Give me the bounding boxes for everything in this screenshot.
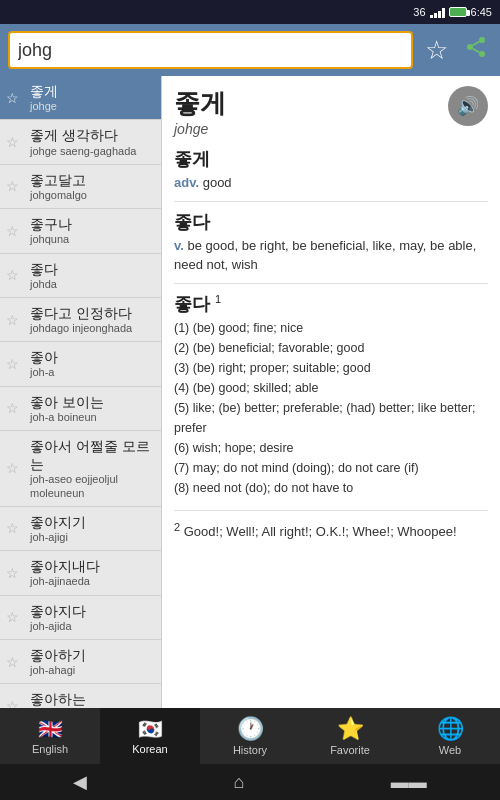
def-word-kr: 좋게 <box>174 147 488 171</box>
star-icon[interactable]: ☆ <box>6 400 19 416</box>
nav-item-favorite[interactable]: ⭐ Favorite <box>300 708 400 764</box>
definition-panel: 좋게 johge 좋게 adv. good 좋다 v. be good, be … <box>162 76 500 708</box>
def-pos-meaning-2: v. be good, be right, be beneficial, lik… <box>174 236 488 275</box>
list-item[interactable]: ☆ 좋게 생각하다 johge saeng-gaghada <box>0 120 161 164</box>
search-box[interactable] <box>8 31 413 69</box>
list-item[interactable]: ☆ 좋아하는 joh-ahaneun <box>0 684 161 708</box>
svg-point-1 <box>467 44 473 50</box>
nav-label-korean: Korean <box>132 743 167 755</box>
star-icon[interactable]: ☆ <box>6 520 19 536</box>
signal-bars <box>430 6 445 18</box>
flag-uk-icon: 🇬🇧 <box>38 717 63 741</box>
star-icon[interactable]: ☆ <box>6 565 19 581</box>
favorite-icon: ⭐ <box>337 716 364 742</box>
list-item[interactable]: ☆ 좋아 보이는 joh-a boineun <box>0 387 161 431</box>
back-button[interactable]: ◀ <box>53 767 107 797</box>
star-icon[interactable]: ☆ <box>6 178 19 194</box>
svg-point-2 <box>479 51 485 57</box>
star-icon[interactable]: ☆ <box>6 460 19 476</box>
list-item[interactable]: ☆ 좋아지내다 joh-ajinaeda <box>0 551 161 595</box>
status-bar: 36 6:45 <box>0 0 500 24</box>
def-word-kr-3: 좋다 1 <box>174 292 488 316</box>
star-icon[interactable]: ☆ <box>6 134 19 150</box>
def-pos-meaning: adv. good <box>174 173 488 193</box>
menu-button[interactable]: ▬▬ <box>371 768 447 797</box>
definition-section-2: 좋다 v. be good, be right, be beneficial, … <box>174 210 488 284</box>
list-item[interactable]: ☆ 좋게 johge <box>0 76 161 120</box>
nav-label-history: History <box>233 744 267 756</box>
bottom-nav: 🇬🇧 English 🇰🇷 Korean 🕐 History ⭐ Favorit… <box>0 708 500 764</box>
search-input[interactable] <box>18 40 403 61</box>
word-list[interactable]: ☆ 좋게 johge ☆ 좋게 생각하다 johge saeng-gaghada… <box>0 76 162 708</box>
home-button[interactable]: ⌂ <box>214 768 265 797</box>
list-item[interactable]: ☆ 좋아하기 joh-ahagi <box>0 640 161 684</box>
nav-label-english: English <box>32 743 68 755</box>
star-icon[interactable]: ☆ <box>6 312 19 328</box>
definition-section-3: 좋다 1 (1) (be) good; fine; nice (2) (be) … <box>174 292 488 511</box>
list-item[interactable]: ☆ 좋아지기 joh-ajigi <box>0 507 161 551</box>
svg-line-4 <box>473 42 480 46</box>
history-icon: 🕐 <box>237 716 264 742</box>
time-display: 6:45 <box>471 6 492 18</box>
star-icon[interactable]: ☆ <box>6 267 19 283</box>
list-item[interactable]: ☆ 좋다 johda <box>0 254 161 298</box>
svg-line-3 <box>473 49 480 53</box>
definition-exclamation: 2 Good!; Well!; All right!; O.K.!; Whee!… <box>174 519 488 542</box>
nav-item-korean[interactable]: 🇰🇷 Korean <box>100 708 200 764</box>
star-icon[interactable]: ☆ <box>6 698 19 708</box>
def-title-block: 좋게 johge <box>174 86 226 143</box>
def-roman: johge <box>174 121 226 137</box>
def-numbered-list: (1) (be) good; fine; nice (2) (be) benef… <box>174 318 488 498</box>
list-item[interactable]: ☆ 좋다고 인정하다 johdago injeonghada <box>0 298 161 342</box>
flag-kr-icon: 🇰🇷 <box>138 717 163 741</box>
signal-text: 36 <box>413 6 425 18</box>
star-icon[interactable]: ☆ <box>6 609 19 625</box>
web-icon: 🌐 <box>437 716 464 742</box>
nav-label-web: Web <box>439 744 461 756</box>
definition-section-1: 좋게 adv. good <box>174 147 488 202</box>
list-item[interactable]: ☆ 좋고달고 johgomalgo <box>0 165 161 209</box>
list-item[interactable]: ☆ 좋아서 어쩔줄 모르는 joh-aseo eojjeoljul moleun… <box>0 431 161 507</box>
definition-header: 좋게 johge <box>174 86 488 143</box>
nav-item-history[interactable]: 🕐 History <box>200 708 300 764</box>
def-word-kr-2: 좋다 <box>174 210 488 234</box>
star-icon[interactable]: ☆ <box>6 654 19 670</box>
star-icon[interactable]: ☆ <box>6 223 19 239</box>
star-icon[interactable]: ☆ <box>6 356 19 372</box>
battery-icon <box>449 7 467 17</box>
bookmark-icon[interactable]: ☆ <box>421 31 452 70</box>
svg-point-0 <box>479 37 485 43</box>
list-item[interactable]: ☆ 좋아 joh-a <box>0 342 161 386</box>
main-content: ☆ 좋게 johge ☆ 좋게 생각하다 johge saeng-gaghada… <box>0 76 500 708</box>
nav-item-web[interactable]: 🌐 Web <box>400 708 500 764</box>
nav-item-english[interactable]: 🇬🇧 English <box>0 708 100 764</box>
list-item[interactable]: ☆ 좋구나 johquna <box>0 209 161 253</box>
list-item[interactable]: ☆ 좋아지다 joh-ajida <box>0 596 161 640</box>
share-icon[interactable] <box>460 31 492 69</box>
nav-label-favorite: Favorite <box>330 744 370 756</box>
speaker-button[interactable] <box>448 86 488 126</box>
star-icon[interactable]: ☆ <box>6 90 19 106</box>
android-nav-bar: ◀ ⌂ ▬▬ <box>0 764 500 800</box>
def-main-word: 좋게 <box>174 86 226 121</box>
top-toolbar: ☆ <box>0 24 500 76</box>
